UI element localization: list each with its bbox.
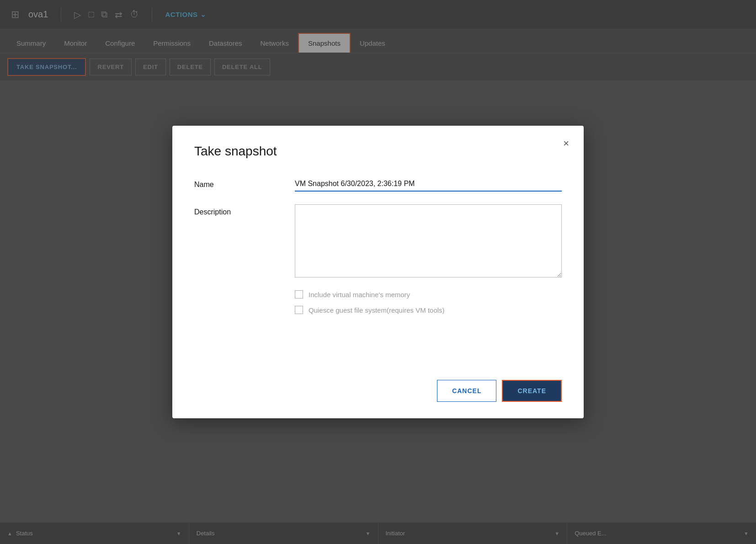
description-row: Description bbox=[194, 204, 562, 277]
create-button[interactable]: CREATE bbox=[502, 380, 562, 402]
memory-checkbox-row: Include virtual machine's memory bbox=[295, 290, 562, 299]
description-input[interactable] bbox=[295, 204, 562, 277]
modal-title: Take snapshot bbox=[194, 144, 562, 159]
modal-footer: CANCEL CREATE bbox=[194, 362, 562, 402]
take-snapshot-modal: Take snapshot × Name Description Include… bbox=[172, 126, 584, 418]
modal-overlay: Take snapshot × Name Description Include… bbox=[0, 0, 756, 544]
name-input[interactable] bbox=[295, 177, 562, 192]
description-label: Description bbox=[194, 204, 295, 216]
name-row: Name bbox=[194, 177, 562, 192]
quiesce-checkbox[interactable] bbox=[295, 306, 303, 314]
quiesce-checkbox-label: Quiesce guest file system(requires VM to… bbox=[309, 306, 445, 314]
memory-checkbox-label: Include virtual machine's memory bbox=[309, 291, 410, 299]
quiesce-checkbox-row: Quiesce guest file system(requires VM to… bbox=[295, 306, 562, 314]
close-button[interactable]: × bbox=[563, 139, 569, 149]
name-label: Name bbox=[194, 177, 295, 189]
cancel-button[interactable]: CANCEL bbox=[437, 380, 496, 402]
memory-checkbox[interactable] bbox=[295, 290, 303, 299]
